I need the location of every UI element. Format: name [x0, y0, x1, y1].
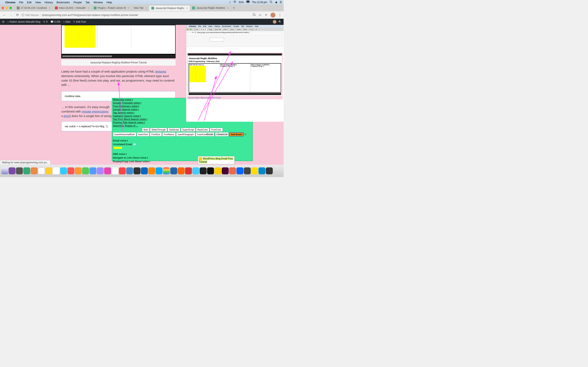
btn-insertparagraph[interactable]: InsertParagraph — [176, 132, 195, 136]
dock-app[interactable] — [67, 167, 74, 174]
btn-strike[interactable]: StrikeThrough — [150, 128, 167, 132]
window-controls[interactable] — [2, 7, 12, 9]
dock-app[interactable] — [53, 167, 60, 174]
siri-icon[interactable]: ◉ — [275, 1, 277, 4]
btn-superscript[interactable]: SuperScript — [181, 128, 195, 132]
gm-selection-toggle[interactable]: Selection Toggle of ... — [112, 124, 252, 127]
wp-new[interactable]: + New — [63, 20, 70, 23]
avatar-icon[interactable] — [270, 13, 276, 17]
menu-file[interactable]: File — [19, 1, 23, 4]
dock-app[interactable] — [82, 167, 89, 174]
dock-app[interactable] — [38, 167, 45, 174]
dock-app[interactable] — [45, 167, 52, 174]
dock-app[interactable] — [214, 167, 221, 174]
maximize-window-icon[interactable] — [9, 7, 12, 9]
dock-app[interactable] — [89, 167, 96, 174]
dock-app[interactable] — [104, 167, 111, 174]
dock-app[interactable] — [229, 167, 236, 174]
dock-app[interactable] — [16, 167, 23, 174]
close-icon[interactable]: × — [128, 6, 130, 9]
dock-app[interactable] — [207, 167, 214, 174]
dock-app[interactable] — [126, 167, 133, 174]
menu-view[interactable]: View — [35, 1, 41, 4]
app-name[interactable]: Chrome — [5, 1, 15, 4]
btn-subscript[interactable]: SubScript — [168, 128, 180, 132]
menu-help[interactable]: Help — [107, 1, 112, 4]
tab-newtab[interactable]: New Tab× — [132, 5, 149, 11]
gm-annotated-email[interactable]: Annotated Email 📧 — [112, 142, 252, 146]
dock-app[interactable] — [75, 167, 82, 174]
dock-app[interactable] — [192, 167, 199, 174]
wp-edit[interactable]: ✎ Edit Post — [73, 20, 86, 23]
chevron-down-icon[interactable]: ▼ — [264, 13, 268, 17]
dock-app[interactable] — [9, 167, 16, 174]
search-icon[interactable] — [252, 13, 256, 17]
btn-forecolor[interactable]: ForeColor — [210, 128, 223, 132]
dock-app[interactable] — [23, 167, 30, 174]
wp-logo-icon[interactable]: ⓦ — [2, 20, 4, 24]
menu-icon[interactable]: ☰ — [280, 1, 282, 4]
dock-app[interactable] — [1, 167, 8, 174]
menu-tab[interactable]: Tab — [85, 1, 90, 4]
forward-button[interactable]: → — [9, 13, 13, 17]
dock-app[interactable] — [170, 167, 177, 174]
btn-inserthrule[interactable]: InsertHorizontalRule — [113, 132, 136, 136]
menu-history[interactable]: History — [44, 1, 53, 4]
dock-app[interactable] — [259, 167, 265, 174]
dock-app[interactable] — [134, 167, 140, 174]
close-icon[interactable]: × — [49, 6, 51, 9]
btn-fontname[interactable]: FontName — [162, 132, 176, 136]
btn-bold[interactable]: Bold — [142, 128, 149, 132]
wp-comments[interactable]: 💬 6,358 — [51, 20, 61, 23]
dock-app[interactable] — [200, 167, 207, 174]
wp-avatar[interactable] — [273, 20, 277, 24]
url-field[interactable]: ⓘ Not Secure | rjmprogramming.com.au/ITb… — [22, 13, 251, 17]
btn-fontsize[interactable]: FontSize — [150, 132, 162, 136]
new-tab-button[interactable]: + — [231, 6, 237, 10]
btn-inserttext[interactable]: InsertText — [137, 132, 149, 136]
reload-button[interactable]: ⟳ — [15, 13, 20, 17]
dock-app[interactable] — [112, 167, 118, 174]
close-icon[interactable]: × — [186, 7, 188, 10]
close-icon[interactable]: × — [87, 6, 89, 9]
dock-app[interactable] — [244, 167, 251, 174]
related-post-link[interactable]: WordPress Blog Email Post Tutorial — [198, 156, 234, 164]
btn-backcolor[interactable]: BackColor — [196, 128, 209, 132]
close-icon[interactable]: × — [145, 6, 147, 9]
tab-js-regex[interactable]: Javascript RegEx Multiline× — [190, 5, 231, 11]
dock-app[interactable] — [236, 167, 243, 174]
tab-plugins[interactable]: Plugins ‹ Robert James M× — [92, 5, 132, 11]
kebab-menu-icon[interactable]: ⋮ — [278, 13, 282, 17]
wifi-icon[interactable] — [233, 0, 236, 4]
wp-search-icon[interactable]: 🔍 — [278, 20, 282, 23]
menu-bookmarks[interactable]: Bookmarks — [57, 1, 70, 4]
dock-app[interactable] — [148, 167, 155, 174]
menu-edit[interactable]: Edit — [27, 1, 31, 4]
spotlight-icon[interactable] — [269, 0, 273, 4]
clock[interactable]: Thu 12:34 pm — [252, 1, 267, 4]
dock-app[interactable] — [156, 167, 163, 174]
dock-app[interactable] — [163, 167, 170, 174]
back-button[interactable]: ← — [2, 13, 7, 17]
bluetooth-icon[interactable]: ᛒ — [229, 1, 231, 4]
dock-app[interactable] — [251, 167, 258, 174]
dock-app[interactable] — [266, 167, 273, 174]
trim-link[interactable]: trim — [64, 114, 69, 118]
textarea-link[interactable]: textarea — [155, 70, 166, 73]
gm-sms[interactable]: SMS volve t — [112, 152, 252, 156]
minimize-window-icon[interactable] — [6, 7, 8, 9]
gm-faded-link[interactable]: WordPress Blog Email Post Plus Tutorial — [206, 133, 246, 135]
menu-people[interactable]: People — [73, 1, 82, 4]
wp-updates[interactable]: ↻ 9 — [43, 20, 48, 23]
info-icon[interactable]: ⓘ — [22, 13, 24, 17]
dock-app[interactable] — [119, 167, 126, 174]
gm-email[interactable]: Email volve t — [112, 139, 252, 142]
star-icon[interactable]: ☆ — [259, 13, 261, 17]
dock-app[interactable] — [60, 167, 67, 174]
tab-js-replace[interactable]: Javascript Replace RegEx× — [149, 5, 190, 11]
regex-link[interactable]: regular expressions — [82, 110, 108, 113]
dock-app[interactable] — [178, 167, 185, 174]
close-window-icon[interactable] — [2, 7, 4, 9]
wp-site-link[interactable]: ⌂ Robert James Metcalfe Blog — [7, 20, 40, 23]
tab-localhost[interactable]: 27.54.94.234 / localhost× — [15, 5, 53, 11]
